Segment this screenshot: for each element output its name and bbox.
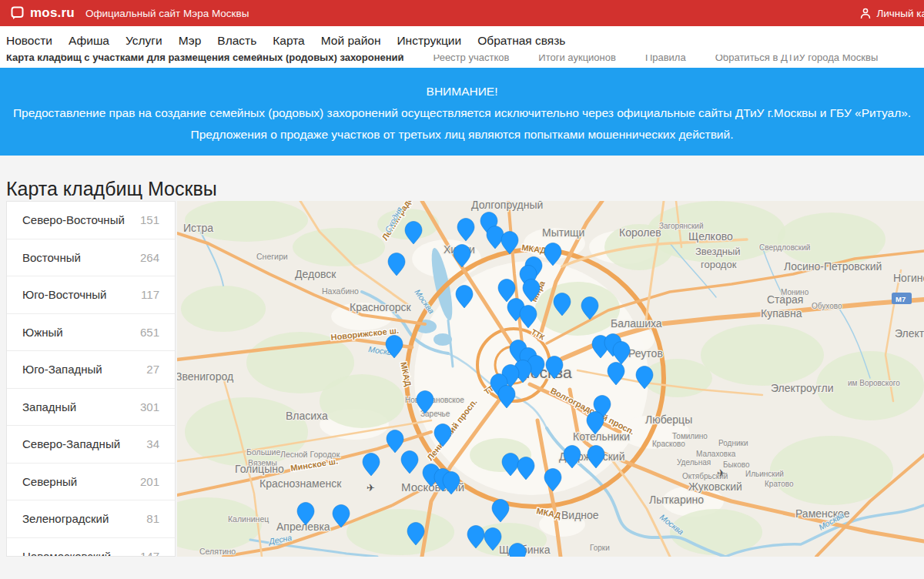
- place-label: Реутов: [628, 347, 663, 360]
- nav-item[interactable]: Услуги: [126, 34, 162, 48]
- site-tagline: Официальный сайт Мэра Москвы: [85, 8, 249, 19]
- nav-item[interactable]: Мой район: [321, 34, 381, 48]
- airport-icon: ✈: [717, 467, 725, 479]
- district-row[interactable]: Юго-Западный 27: [7, 351, 175, 389]
- cemetery-marker[interactable]: [405, 222, 422, 245]
- place-label: Жуковский: [688, 480, 742, 493]
- brand-name[interactable]: mos.ru: [30, 5, 75, 21]
- district-count: 147: [140, 550, 159, 557]
- place-label: Дедовск: [295, 268, 336, 280]
- place-label: Старая: [767, 293, 803, 306]
- place-label: Обухово: [812, 302, 842, 310]
- cemetery-marker[interactable]: [363, 453, 380, 477]
- district-name: Северный: [22, 475, 77, 488]
- district-list: Северо-Восточный 151 Восточный 264 Юго-В…: [6, 201, 176, 557]
- cemetery-marker[interactable]: [487, 226, 504, 249]
- place-label: Истра: [183, 222, 213, 234]
- district-count: 264: [140, 251, 159, 264]
- cemetery-marker[interactable]: [401, 451, 418, 474]
- cemetery-marker[interactable]: [457, 219, 474, 242]
- place-label: Королев: [619, 226, 661, 239]
- sub-nav: Карта кладбищ с участками для размещения…: [0, 55, 924, 68]
- district-count: 34: [146, 437, 159, 450]
- cemetery-marker[interactable]: [387, 430, 403, 453]
- page-title: Карта кладбищ Москвы: [0, 156, 924, 201]
- nav-item[interactable]: Обратная связь: [477, 34, 565, 48]
- place-label: Купавна: [761, 307, 802, 320]
- district-name: Западный: [22, 400, 76, 413]
- top-bar: mos.ru Официальный сайт Мэра Москвы Личн…: [0, 0, 924, 26]
- district-name: Зеленоградский: [22, 512, 109, 525]
- subnav-item[interactable]: Обратиться в ДТиУ города Москвы: [715, 55, 879, 63]
- nav-item[interactable]: Мэр: [179, 34, 202, 48]
- mosru-logo[interactable]: mos.ru: [11, 5, 75, 21]
- nav-item[interactable]: Власть: [217, 34, 256, 48]
- person-icon: [860, 8, 871, 19]
- district-row[interactable]: Западный 301: [7, 389, 175, 427]
- district-name: Северо-Восточный: [22, 213, 125, 226]
- district-name: Юго-Восточный: [22, 288, 106, 301]
- warning-banner: ВНИМАНИЕ! Предоставление прав на создани…: [0, 68, 924, 156]
- place-label: Ильинский: [745, 470, 784, 478]
- place-label: Калининец: [228, 514, 269, 524]
- district-row[interactable]: Северо-Восточный 151: [7, 202, 175, 239]
- place-label: Снегири: [256, 252, 288, 261]
- place-label: городок: [701, 259, 737, 270]
- place-label: Лосино-Петровский: [784, 260, 882, 273]
- district-count: 151: [140, 213, 159, 226]
- district-row[interactable]: Южный 651: [7, 314, 175, 352]
- district-name: Юго-Западный: [22, 363, 102, 376]
- cemetery-marker[interactable]: [492, 500, 509, 523]
- place-label: им Воровского: [848, 379, 900, 387]
- place-label: Новоивановское: [405, 396, 464, 404]
- district-count: 651: [140, 326, 159, 339]
- place-label: Родники: [718, 439, 748, 447]
- place-label: Голицыно: [235, 463, 284, 475]
- place-label: Удельная: [677, 458, 711, 467]
- road-label: МКАД: [399, 361, 413, 387]
- district-name: Южный: [22, 326, 63, 339]
- district-count: 81: [146, 512, 159, 525]
- district-row[interactable]: Восточный 264: [7, 239, 175, 277]
- cemeteries-map[interactable]: М7 ИстраСнегириДедовскНахабиноКрасногорс…: [177, 201, 924, 557]
- cemetery-marker[interactable]: [388, 253, 405, 276]
- district-name: Восточный: [22, 251, 81, 264]
- subnav-item[interactable]: Реестр участков: [434, 55, 510, 63]
- subnav-item[interactable]: Правила: [645, 55, 686, 63]
- nav-item[interactable]: Новости: [6, 34, 52, 48]
- district-row[interactable]: Юго-Восточный 117: [7, 276, 175, 314]
- district-count: 117: [141, 288, 159, 301]
- subnav-active-item[interactable]: Карта кладбищ с участками для размещения…: [6, 55, 404, 63]
- warning-line1: Предоставление прав на создание семейных…: [0, 102, 924, 124]
- nav-item[interactable]: Инструкции: [397, 34, 461, 48]
- place-label: Малаховка: [696, 450, 736, 458]
- airport-icon: ✈: [367, 482, 375, 494]
- place-label: Звенигород: [177, 370, 233, 383]
- subnav-item[interactable]: Итоги аукционов: [538, 55, 616, 63]
- place-label: Люберцы: [645, 413, 692, 426]
- place-label: Котельники: [573, 430, 630, 443]
- warning-line2: Предложения о продаже участков от третьи…: [0, 124, 924, 146]
- nav-item[interactable]: Карта: [273, 34, 304, 48]
- district-row[interactable]: Новомосковский 147: [7, 538, 175, 557]
- m7-road-badge: М7: [892, 293, 912, 304]
- place-label: Мытищи: [542, 226, 584, 239]
- place-label: Загорянский: [659, 222, 704, 230]
- place-label: Селятино: [199, 547, 236, 556]
- district-name: Северо-Западный: [22, 437, 120, 450]
- place-label: Кратово: [765, 480, 794, 488]
- place-label: Свердловский: [759, 243, 810, 252]
- district-row[interactable]: Зеленоградский 81: [7, 500, 175, 538]
- place-label: Большие: [246, 447, 280, 457]
- district-count: 301: [140, 400, 159, 413]
- district-row[interactable]: Северо-Западный 34: [7, 426, 175, 464]
- district-name: Новомосковский: [22, 550, 111, 557]
- svg-text:М7: М7: [896, 295, 906, 303]
- place-label: Быково: [723, 460, 750, 469]
- personal-account-link[interactable]: Личный кабинет: [860, 8, 924, 19]
- place-label: Краснознаменск: [259, 477, 342, 490]
- district-row[interactable]: Северный 201: [7, 464, 175, 501]
- mosru-pin-icon: [11, 6, 24, 20]
- place-label: Электроугли: [771, 382, 833, 394]
- nav-item[interactable]: Афиша: [69, 34, 109, 48]
